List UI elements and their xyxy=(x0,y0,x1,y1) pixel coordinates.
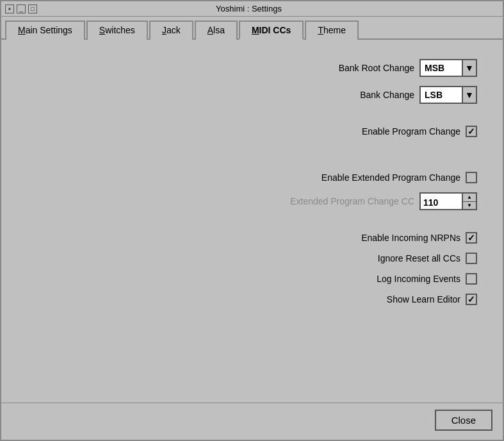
enable-extended-program-change-row: Enable Extended Program Change xyxy=(27,172,477,183)
tab-switches-label: Switches xyxy=(99,25,135,35)
log-incoming-events-row: Log Incoming Events xyxy=(27,273,477,285)
extended-program-change-cc-spinbox[interactable]: 110 ▲ ▼ xyxy=(419,192,477,210)
show-learn-editor-row: Show Learn Editor ✓ xyxy=(27,294,477,305)
main-window: × _ □ Yoshimi : Settings Main Settings S… xyxy=(0,0,504,441)
enable-incoming-nrpns-row: Enable Incoming NRPNs ✓ xyxy=(27,232,477,244)
enable-incoming-nrpns-label: Enable Incoming NRPNs xyxy=(361,233,460,243)
tab-midi-ccs[interactable]: MIDI CCs xyxy=(239,21,304,40)
footer: Close xyxy=(1,403,503,440)
bank-change-arrow[interactable]: ▼ xyxy=(462,87,476,103)
tab-bar: Main Settings Switches Jack Alsa MIDI CC… xyxy=(1,17,503,40)
tab-main-settings-label: Main Settings xyxy=(18,25,72,35)
spinbox-controls: ▲ ▼ xyxy=(462,194,476,209)
bank-change-row: Bank Change LSB ▼ xyxy=(27,86,477,104)
minimize-window-btn[interactable]: _ xyxy=(17,4,26,13)
extended-program-change-cc-row: Extended Program Change CC 110 ▲ ▼ xyxy=(27,192,477,210)
spinbox-down-btn[interactable]: ▼ xyxy=(463,202,476,210)
bank-root-change-row: Bank Root Change MSB ▼ xyxy=(27,59,477,77)
ignore-reset-all-ccs-label: Ignore Reset all CCs xyxy=(378,253,460,263)
enable-extended-program-change-checkbox[interactable] xyxy=(466,172,477,183)
bank-root-change-arrow[interactable]: ▼ xyxy=(462,60,476,76)
spinbox-up-btn[interactable]: ▲ xyxy=(463,194,476,202)
tab-midi-ccs-label: MIDI CCs xyxy=(252,25,291,35)
bank-change-dropdown[interactable]: LSB ▼ xyxy=(419,86,477,104)
bank-root-change-value: MSB xyxy=(421,62,462,74)
close-button[interactable]: Close xyxy=(435,410,492,431)
tab-switches[interactable]: Switches xyxy=(86,21,148,40)
tab-alsa[interactable]: Alsa xyxy=(195,21,238,40)
show-learn-editor-check: ✓ xyxy=(467,295,475,304)
extended-program-change-cc-label: Extended Program Change CC xyxy=(290,196,414,206)
close-window-btn[interactable]: × xyxy=(5,4,14,13)
tab-main-settings[interactable]: Main Settings xyxy=(5,21,85,40)
bank-change-value: LSB xyxy=(421,88,462,101)
tab-alsa-label: Alsa xyxy=(207,25,225,35)
ignore-reset-all-ccs-checkbox[interactable] xyxy=(466,253,477,264)
title-bar: × _ □ Yoshimi : Settings xyxy=(1,1,503,17)
show-learn-editor-checkbox[interactable]: ✓ xyxy=(466,294,477,305)
show-learn-editor-label: Show Learn Editor xyxy=(387,294,460,304)
tab-theme[interactable]: Theme xyxy=(305,21,359,40)
tab-jack-label: Jack xyxy=(162,25,181,35)
enable-program-change-label: Enable Program Change xyxy=(362,126,460,137)
enable-extended-program-change-label: Enable Extended Program Change xyxy=(321,172,460,183)
bank-change-label: Bank Change xyxy=(360,90,414,100)
maximize-window-btn[interactable]: □ xyxy=(28,4,37,13)
window-controls: × _ □ xyxy=(5,4,37,13)
bank-root-change-dropdown[interactable]: MSB ▼ xyxy=(419,59,477,77)
enable-incoming-nrpns-checkbox[interactable]: ✓ xyxy=(466,232,477,244)
ignore-reset-all-ccs-row: Ignore Reset all CCs xyxy=(27,253,477,264)
log-incoming-events-label: Log Incoming Events xyxy=(377,274,460,284)
tab-theme-label: Theme xyxy=(318,25,346,35)
enable-program-change-checkbox[interactable]: ✓ xyxy=(466,126,477,137)
bank-root-change-label: Bank Root Change xyxy=(339,63,414,73)
enable-program-change-row: Enable Program Change ✓ xyxy=(27,126,477,137)
enable-incoming-nrpns-check: ✓ xyxy=(467,233,475,242)
content-area: Bank Root Change MSB ▼ Bank Change LSB ▼… xyxy=(1,40,503,403)
tab-jack[interactable]: Jack xyxy=(149,21,193,40)
enable-program-change-check: ✓ xyxy=(467,127,475,136)
log-incoming-events-checkbox[interactable] xyxy=(466,273,477,285)
window-title: Yoshimi : Settings xyxy=(37,4,460,13)
extended-program-change-cc-value: 110 xyxy=(421,194,462,209)
